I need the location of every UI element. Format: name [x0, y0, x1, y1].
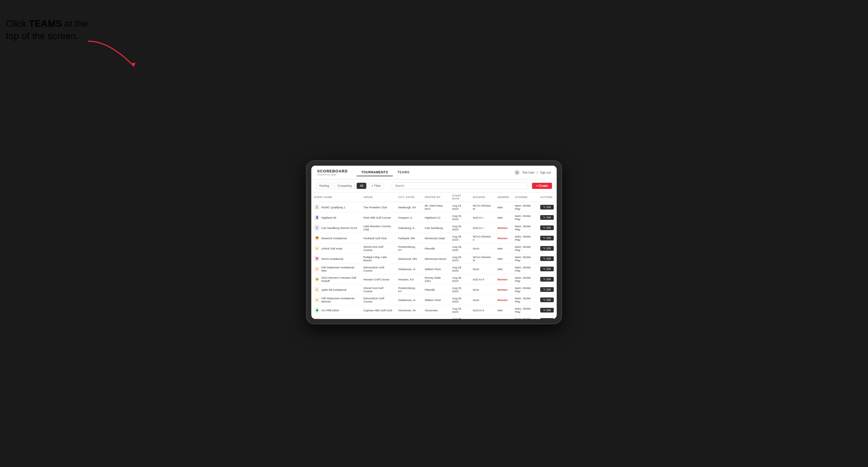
event-name-label: MSMC Qualifying 1 [321, 206, 345, 209]
cell-division: NJCAA I [470, 315, 495, 319]
cell-venue: Edmundson Golf Course [361, 264, 395, 274]
cell-start-date: Aug 25, 2023 [449, 213, 470, 223]
cell-scoring: team, Stroke Play [512, 213, 537, 223]
col-scoring: SCORING [512, 192, 537, 202]
logo-area: SCOREBOARD Powered by clippit [317, 169, 348, 176]
cell-scoring: team, Stroke Play [512, 285, 537, 295]
team-icon: 🤠 [314, 236, 319, 241]
cell-scoring: team, Stroke Play [512, 274, 537, 285]
table-row: 👤 Highland 36 Park Hills Golf Course Fre… [311, 213, 557, 223]
cell-scoring: team, Stroke Play [512, 295, 537, 305]
cell-gender: Women [495, 285, 512, 295]
edit-button[interactable]: ✎ Edit [540, 318, 554, 319]
cell-division: NCAA Division III [470, 202, 495, 213]
cell-division: NJCAA II [470, 305, 495, 315]
edit-button[interactable]: ✎ Edit [540, 267, 554, 271]
cell-event-name: 🏌 Carl Sandburg Women FA23 [311, 223, 361, 233]
edit-button[interactable]: ✎ Edit [540, 236, 554, 241]
table-container: EVENT NAME VENUE CITY, STATE HOSTED BY S… [311, 192, 557, 319]
team-icon: 🏌 [314, 205, 319, 210]
nav-link-teams[interactable]: TEAMS [393, 168, 414, 176]
cell-event-name: ⚔ upike fall invitational [311, 285, 361, 295]
cell-city-state: Vincennes, IN [395, 305, 422, 315]
cell-actions: ✎ Edit [537, 305, 557, 315]
col-start-date: START DATE [449, 192, 470, 202]
all-button[interactable]: All [356, 183, 366, 189]
event-name-label: Maverick Invitational [321, 237, 347, 240]
cell-city-state: Galesburg, IL [395, 223, 422, 233]
team-icon: ⚔ [314, 287, 319, 292]
table-row: 🏌 MSMC Qualifying 1 The Powelton Club Ne… [311, 202, 557, 213]
cell-hosted-by: Minnesota-Morris [422, 254, 449, 264]
table-row: 🐝 2023 Women's Hesston Fall Kickoff Hess… [311, 274, 557, 285]
table-row: 🏺 Klash at Kokopelli Kokopelli Golf Club… [311, 315, 557, 319]
create-button[interactable]: + Create [532, 183, 552, 189]
cell-actions: ✎ Edit [537, 202, 557, 213]
cell-hosted-by: William Penn [422, 295, 449, 305]
edit-button[interactable]: ✎ Edit [540, 308, 554, 312]
table-row: 🌲 VU PREVIEW Cypress Hills Golf Club Vin… [311, 305, 557, 315]
cell-city-state: Prestonsburg, KY [395, 285, 422, 295]
team-icon: ⚔ [314, 266, 319, 272]
hosting-button[interactable]: Hosting [316, 183, 333, 189]
cell-hosted-by: Carl Sandburg [422, 223, 449, 233]
cell-actions: ✎ Edit [537, 295, 557, 305]
edit-icon: ✎ [543, 237, 546, 240]
cell-event-name: ⚔ UPIKE Fall Invite [311, 243, 361, 254]
team-icon: 🐝 [314, 277, 319, 282]
edit-button[interactable]: ✎ Edit [540, 287, 554, 292]
settings-icon[interactable]: ⚙ [514, 170, 520, 175]
cell-event-name: 🐝 2023 Women's Hesston Fall Kickoff [311, 274, 361, 285]
cell-event-name: 🦅 Morris Invitational [311, 254, 361, 264]
cell-city-state: Faribault, MN [395, 233, 422, 243]
team-icon: 🏌 [314, 225, 319, 230]
edit-icon: ✎ [543, 257, 546, 260]
cell-start-date: Aug 28, 2023 [449, 285, 470, 295]
edit-button[interactable]: ✎ Edit [540, 277, 554, 282]
cell-hosted-by: Highland CC [422, 213, 449, 223]
edit-icon: ✎ [543, 247, 546, 250]
event-name-label: Carl Sandburg Women FA23 [321, 226, 357, 229]
col-venue: VENUE [361, 192, 395, 202]
edit-icon: ✎ [543, 206, 546, 209]
cell-gender: Men [495, 254, 512, 264]
edit-icon: ✎ [543, 226, 546, 229]
edit-button[interactable]: ✎ Edit [540, 246, 554, 251]
edit-button[interactable]: ✎ Edit [540, 256, 554, 261]
cell-venue: StoneCrest Golf Course [361, 285, 395, 295]
edit-button[interactable]: ✎ Edit [540, 225, 554, 230]
cell-venue: Kokopelli Golf Club [361, 315, 395, 319]
cell-division: NCAA Division III [470, 254, 495, 264]
edit-button[interactable]: ✎ Edit [540, 215, 554, 220]
cell-hosted-by: Murray State (OK) [422, 274, 449, 285]
cell-start-date: Aug 26, 2023 [449, 223, 470, 233]
edit-icon: ✎ [543, 288, 546, 291]
edit-button[interactable]: ✎ Edit [540, 298, 554, 302]
cell-hosted-by: William Penn [422, 264, 449, 274]
nav-link-tournaments[interactable]: TOURNAMENTS [356, 168, 393, 176]
cell-start-date: Aug 28, 2023 [449, 243, 470, 254]
cell-division: NAIA [470, 295, 495, 305]
cell-venue: Lake Bracken Country Club [361, 223, 395, 233]
cell-venue: Cypress Hills Golf Club [361, 305, 395, 315]
cell-event-name: ⚔ Fall Statesmen Invitational - Women [311, 295, 361, 305]
cell-start-date: Aug 28, 2023 [449, 295, 470, 305]
competing-button[interactable]: Competing [334, 183, 355, 189]
cell-city-state: Deerwood, MN [395, 254, 422, 264]
edit-icon: ✎ [543, 278, 546, 281]
cell-venue: Hesston Golf Course [361, 274, 395, 285]
cell-actions: ✎ Edit [537, 213, 557, 223]
search-input[interactable] [392, 182, 528, 189]
col-event-name: EVENT NAME [311, 192, 361, 202]
cell-scoring: team, Stroke Play [512, 202, 537, 213]
search-box [392, 182, 528, 189]
cell-venue: Ruttger's Bay Lake Resort [361, 254, 395, 264]
edit-button[interactable]: ✎ Edit [540, 205, 554, 210]
filter-button[interactable]: ≡ Filter [368, 183, 384, 189]
cell-division: NJCAA I [470, 223, 495, 233]
table-row: 🤠 Maverick Invitational Faribault Golf C… [311, 233, 557, 243]
signout-link[interactable]: Sign out [540, 171, 551, 174]
cell-scoring: team, Stroke Play [512, 243, 537, 254]
filter-bar: Hosting Competing All ≡ Filter + Create [311, 180, 557, 192]
cell-scoring: team, Stroke Play [512, 264, 537, 274]
